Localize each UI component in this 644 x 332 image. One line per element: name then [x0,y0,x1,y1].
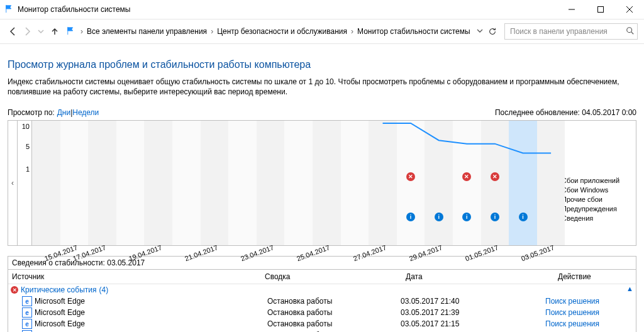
edge-icon: e [22,307,32,318]
breadcrumb[interactable]: › Все элементы панели управления › Центр… [62,26,483,37]
details-header: Сведения о стабильности: 03.05.2017 [8,256,636,270]
details-table[interactable]: Источник Сводка Дата Действие ▲ ✕ Критич… [8,270,636,332]
error-icon: ✕ [11,286,18,294]
svg-line-5 [631,31,634,34]
svg-rect-1 [598,7,604,13]
window-maximize-button[interactable] [586,0,615,19]
table-row[interactable]: eMicrosoft EdgeОстановка работы03.05.201… [8,318,636,329]
view-by-days-link[interactable]: Дни [57,108,70,117]
search-box[interactable] [504,23,638,40]
search-icon [626,26,635,37]
col-date: Дата [402,270,554,284]
window-titlebar: Монитор стабильности системы [0,0,644,19]
breadcrumb-mid[interactable]: Центр безопасности и обслуживания [217,27,347,36]
find-solution-link[interactable]: Поиск решения [545,308,599,317]
chevron-right-icon: › [211,27,213,36]
svg-point-4 [627,27,632,32]
find-solution-link[interactable]: Поиск решения [545,297,599,306]
last-updated-label: Последнее обновление: [495,108,580,117]
edge-icon: e [22,296,32,306]
breadcrumb-root[interactable]: Все элементы панели управления [87,27,207,36]
table-row[interactable]: eMicrosoft EdgeОстановка работы03.05.201… [8,329,636,332]
chart-plot-area[interactable]: 15.04.201717.04.201719.04.201721.04.2017… [32,121,550,245]
navigation-bar: › Все элементы панели управления › Центр… [0,19,644,44]
info-icon: i [519,213,528,221]
collapse-group-icon[interactable]: ▲ [626,285,633,292]
table-row[interactable]: eMicrosoft EdgeОстановка работы03.05.201… [8,307,636,318]
page-title: Просмотр журнала проблем и стабильности … [8,59,636,70]
reliability-chart: ‹ 10 5 1 15.04.201717.04.2 [8,120,636,246]
window-title: Монитор стабильности системы [18,5,131,14]
col-source: Источник [8,270,261,284]
col-action: Действие [554,270,636,284]
col-summary: Сводка [261,270,402,284]
edge-icon: e [22,319,32,329]
table-header-row: Источник Сводка Дата Действие [8,270,636,284]
nav-forward-button[interactable] [20,25,34,38]
nav-up-button[interactable] [48,25,62,38]
stability-line [32,121,565,170]
view-by-label: Просмотр по: [8,108,55,117]
find-solution-link[interactable]: Поиск решения [545,319,599,328]
window-minimize-button[interactable] [557,0,586,19]
info-icon: i [435,213,443,221]
search-input[interactable] [509,26,626,36]
breadcrumb-flag-icon [67,26,75,37]
group-critical-events[interactable]: ✕ Критические события (4) [8,284,636,296]
breadcrumb-expand-dropdown[interactable] [477,27,483,36]
chevron-right-icon: › [80,27,83,36]
last-updated-value: 04.05.2017 0:00 [582,108,636,117]
window-close-button[interactable] [615,0,644,19]
breadcrumb-leaf[interactable]: Монитор стабильности системы [357,27,470,36]
nav-back-button[interactable] [6,25,20,38]
chart-legend: Сбои приложений Сбои Windows Прочие сбои… [559,121,636,245]
chevron-right-icon: › [351,27,353,36]
table-row[interactable]: eMicrosoft EdgeОстановка работы03.05.201… [8,296,636,307]
chart-scroll-left-button[interactable]: ‹ [8,121,18,245]
page-description: Индекс стабильности системы оценивает об… [8,77,636,97]
nav-recent-dropdown[interactable] [34,25,48,38]
view-by-weeks-link[interactable]: Недели [72,108,99,117]
chart-y-axis: 10 5 1 [18,121,32,245]
refresh-button[interactable] [486,25,499,38]
app-flag-icon [5,4,14,15]
